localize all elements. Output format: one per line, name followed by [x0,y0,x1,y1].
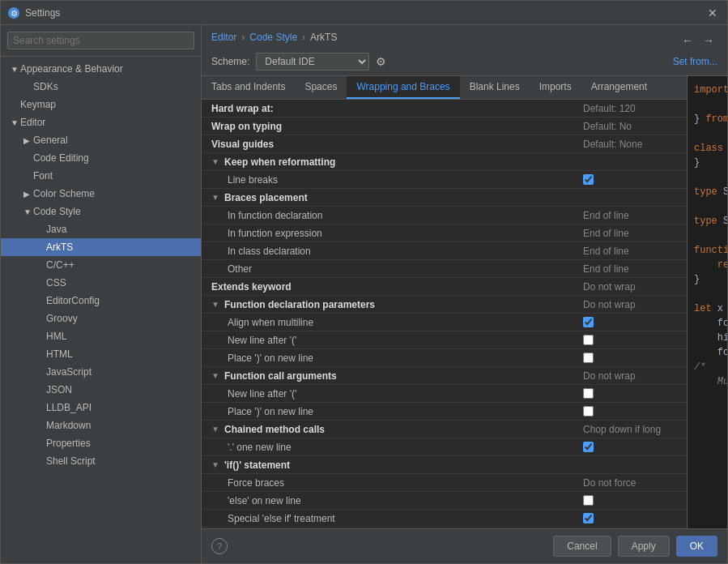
tab-tabs-indents[interactable]: Tabs and Indents [202,76,295,99]
sidebar-item-arkts[interactable]: ArkTS [1,238,201,256]
settings-row-chained-method: ▼Chained method callsChop down if long [202,421,687,438]
settings-row-hard-wrap: Hard wrap at:Default: 120 [202,100,687,118]
code-line: import { property1, property2, [694,83,721,97]
checkbox-place-close-paren2[interactable] [583,406,594,417]
row-label-text: Line breaks [228,174,278,186]
code-line: Multiline [694,374,721,389]
sidebar-item-groovy[interactable]: Groovy [1,310,201,327]
checkbox-line-breaks[interactable] [583,174,594,185]
row-label-text: Function declaration parameters [224,299,375,310]
row-value-text: End of line [583,228,680,239]
sidebar-item-code-style[interactable]: ▼Code Style [1,203,201,220]
sidebar-item-editor[interactable]: ▼Editor [1,113,201,131]
tab-spaces[interactable]: Spaces [295,76,347,99]
sidebar-item-json[interactable]: JSON [1,381,201,399]
sidebar-item-java[interactable]: Java [1,220,201,238]
settings-row-in-func-expr: In function expressionEnd of line [202,224,687,242]
tab-blank-lines[interactable]: Blank Lines [460,76,530,99]
row-value-text: Default: None [583,139,680,150]
row-label-text: In class declaration [228,246,311,257]
cancel-button[interactable]: Cancel [553,536,611,557]
sidebar-item-label: Properties [46,438,194,449]
sidebar-item-label: EditorConfig [46,295,194,306]
tree-arrow-icon: ▼ [11,65,20,74]
close-button[interactable]: ✕ [705,6,721,19]
gear-icon[interactable]: ⚙ [376,55,386,68]
code-line: type Season2 = Winter extends Seaso [694,214,721,229]
settings-row-force-braces: Force bracesDo not force [202,474,687,492]
expand-arrow-icon[interactable]: ▼ [211,460,221,469]
sidebar-item-color-scheme[interactable]: ▶Color Scheme [1,185,201,203]
tree-arrow-icon: ▶ [23,190,33,199]
tab-arrangement[interactable]: Arrangement [581,76,657,99]
settings-row-place-close-paren: Place ')' on new line [202,349,687,367]
row-value-text: End of line [583,210,680,221]
checkbox-new-line-open-paren[interactable] [583,335,594,345]
sidebar-item-general[interactable]: ▶General [1,131,201,149]
expand-arrow-icon[interactable]: ▼ [211,371,221,380]
breadcrumb-sep2: › [302,32,305,43]
sidebar-item-label: Markdown [46,420,194,431]
sidebar-item-css[interactable]: CSS [1,274,201,292]
sidebar-item-code-editing[interactable]: Code Editing [1,149,201,167]
tab-imports[interactable]: Imports [530,76,581,99]
row-label-text: Visual guides [211,139,274,150]
row-label-text: Function call arguments [224,370,337,382]
row-label-text: Place ')' on new line [228,406,313,417]
row-value-text: Do not force [583,477,680,489]
settings-row-special-else-if: Special 'else if' treatment [202,510,687,528]
row-label-text: Force braces [228,477,284,489]
expand-arrow-icon[interactable]: ▼ [211,157,221,166]
row-label-text: Wrap on typing [211,121,282,132]
settings-row-func-decl-params: ▼Function declaration parametersDo not w… [202,296,687,314]
sidebar-item-properties[interactable]: Properties [1,434,201,452]
sidebar-item-markdown[interactable]: Markdown [1,417,201,434]
checkbox-place-close-paren[interactable] [583,352,594,363]
apply-button[interactable]: Apply [618,536,670,557]
sidebar-item-font[interactable]: Font [1,167,201,185]
sidebar-item-shell-script[interactable]: Shell Script [1,452,201,470]
row-value-text: Do not wrap [583,370,680,382]
back-button[interactable]: ← [679,32,696,49]
expand-arrow-icon[interactable]: ▼ [211,425,221,434]
sidebar-item-html[interactable]: HTML [1,345,201,363]
help-button[interactable]: ? [211,538,228,554]
sidebar-item-sdks[interactable]: SDKs [1,78,201,96]
row-value-text: Do not wrap [583,299,680,310]
settings-row-keep-reformatting: ▼Keep when reformatting [202,153,687,171]
sidebar-item-label: ArkTS [46,241,194,253]
search-input[interactable] [7,32,194,49]
sidebar-item-appearance-behavior[interactable]: ▼Appearance & Behavior [1,60,201,78]
sidebar: ▼Appearance & BehaviorSDKsKeymap▼Editor▶… [1,25,202,563]
row-label-text: In function declaration [228,210,322,221]
sidebar-item-lldb-api[interactable]: LLDB_API [1,399,201,417]
sidebar-item-keymap[interactable]: Keymap [1,96,201,113]
set-from-link[interactable]: Set from... [673,56,717,67]
checkbox-dot-one-new-line[interactable] [583,442,594,452]
sidebar-item-editorconfig[interactable]: EditorConfig [1,292,201,310]
checkbox-else-new-line[interactable] [583,495,594,506]
checkbox-align-multiline[interactable] [583,317,594,327]
sidebar-item-javascript[interactable]: JavaScript [1,363,201,381]
forward-button[interactable]: → [700,32,717,49]
code-line: let x = 1, y = 2, [694,301,721,316]
tab-wrapping-braces[interactable]: Wrapping and Braces [347,76,459,99]
expand-arrow-icon[interactable]: ▼ [211,300,221,309]
sidebar-item-hml[interactable]: HML [1,327,201,345]
sidebar-item-c-cpp[interactable]: C/C++ [1,256,201,274]
checkbox-special-else-if[interactable] [583,513,594,523]
checkbox-new-line-after-open[interactable] [583,388,594,399]
code-line [694,199,721,214]
tree-arrow-icon: ▼ [23,207,33,216]
expand-arrow-icon[interactable]: ▼ [211,193,221,202]
code-line [694,126,721,141]
sidebar-item-label: JSON [46,384,194,395]
sidebar-item-label: Shell Script [46,455,194,467]
main-content: ▼Appearance & BehaviorSDKsKeymap▼Editor▶… [1,25,727,563]
sidebar-item-label: Code Style [33,206,194,217]
ok-button[interactable]: OK [676,536,717,557]
scheme-select[interactable]: Default IDE [256,53,369,70]
settings-row-else-new-line: 'else' on new line [202,492,687,510]
code-line: /* [694,360,721,374]
sidebar-item-label: LLDB_API [46,402,194,413]
